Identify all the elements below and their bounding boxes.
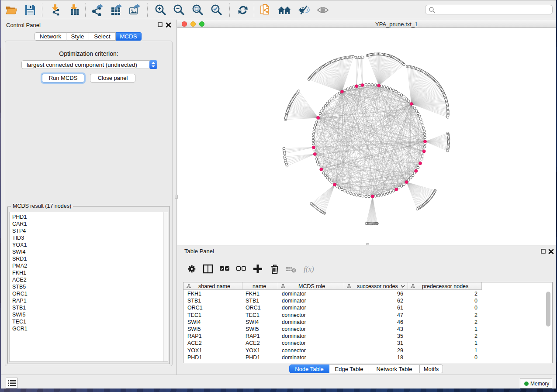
svg-text:f(x): f(x) bbox=[304, 265, 314, 273]
